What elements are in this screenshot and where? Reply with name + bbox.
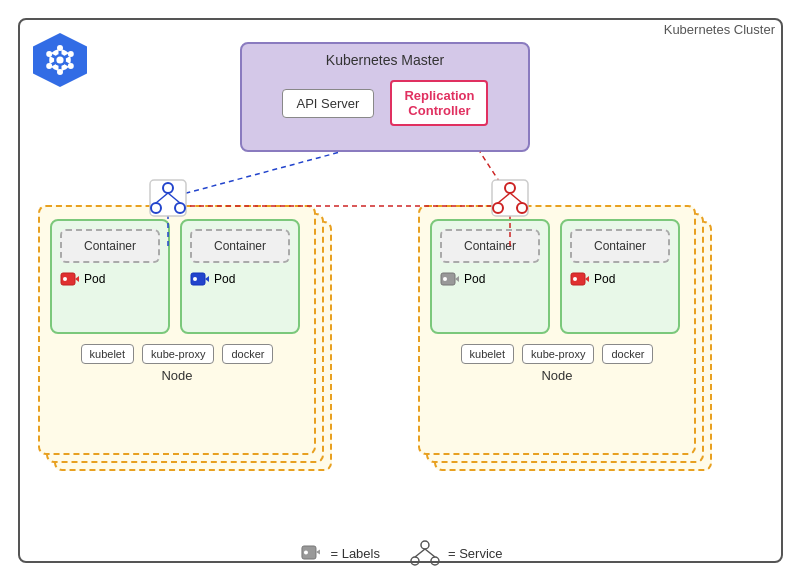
right-container-2: Container — [570, 229, 670, 263]
legend-service-text: = Service — [448, 546, 503, 561]
master-box: Kubernetes Master API Server Replication… — [240, 42, 530, 152]
right-node-content: Container Pod Container — [418, 205, 696, 455]
legend-tag-icon — [300, 544, 322, 562]
left-node-label: Node — [50, 368, 304, 383]
left-kube-proxy: kube-proxy — [142, 344, 214, 364]
right-red-tag-icon — [570, 271, 590, 287]
svg-point-49 — [411, 557, 419, 565]
right-kube-proxy: kube-proxy — [522, 344, 594, 364]
left-services-row: kubelet kube-proxy docker — [50, 344, 304, 364]
right-container-1: Container — [440, 229, 540, 263]
left-service-icon — [148, 178, 188, 221]
svg-rect-34 — [492, 180, 528, 216]
left-node-content: Container Pod Conta — [38, 205, 316, 455]
svg-point-11 — [68, 63, 74, 69]
left-nodes: Container Pod Conta — [38, 205, 348, 485]
right-pod-label-2: Pod — [570, 271, 670, 287]
svg-point-50 — [431, 557, 439, 565]
left-pod-label-1: Pod — [60, 271, 160, 287]
gray-tag-icon — [440, 271, 460, 287]
svg-point-15 — [56, 56, 63, 63]
svg-rect-28 — [150, 180, 186, 216]
right-pod-label-1: Pod — [440, 271, 540, 287]
svg-point-10 — [46, 51, 52, 57]
left-kubelet: kubelet — [81, 344, 134, 364]
svg-line-52 — [425, 549, 435, 557]
legend-service-icon — [410, 540, 440, 566]
svg-point-9 — [57, 69, 63, 75]
right-pod-1: Container Pod — [430, 219, 550, 334]
blue-tag-icon — [190, 271, 210, 287]
legend-labels-text: = Labels — [330, 546, 380, 561]
diagram-container: Kubernetes Cluster Kubernetes Master — [0, 0, 803, 588]
left-node-stack: Container Pod Conta — [38, 205, 328, 470]
api-server-box: API Server — [282, 89, 375, 118]
right-pod-2: Container Pod — [560, 219, 680, 334]
left-docker: docker — [222, 344, 273, 364]
right-docker: docker — [602, 344, 653, 364]
svg-point-48 — [421, 541, 429, 549]
legend-service: = Service — [410, 540, 503, 566]
right-services-row: kubelet kube-proxy docker — [430, 344, 684, 364]
svg-marker-23 — [455, 276, 459, 282]
svg-point-8 — [57, 45, 63, 51]
right-nodes: Container Pod Container — [418, 205, 748, 485]
left-pods-row: Container Pod Conta — [50, 219, 304, 334]
left-pod-label-2: Pod — [190, 271, 290, 287]
svg-point-12 — [46, 63, 52, 69]
right-pods-row: Container Pod Container — [430, 219, 684, 334]
right-service-icon — [490, 178, 530, 221]
svg-marker-20 — [205, 276, 209, 282]
svg-point-47 — [303, 551, 307, 555]
svg-point-13 — [68, 51, 74, 57]
svg-point-27 — [573, 277, 577, 281]
legend-labels: = Labels — [300, 544, 380, 562]
left-container-2: Container — [190, 229, 290, 263]
svg-line-51 — [415, 549, 425, 557]
left-container-1: Container — [60, 229, 160, 263]
left-pod-1: Container Pod — [50, 219, 170, 334]
master-title: Kubernetes Master — [242, 44, 528, 68]
replication-controller-box: ReplicationController — [390, 80, 488, 126]
svg-marker-26 — [585, 276, 589, 282]
svg-point-21 — [193, 277, 197, 281]
left-pod-2: Container Pod — [180, 219, 300, 334]
right-kubelet: kubelet — [461, 344, 514, 364]
legend: = Labels = Service — [300, 540, 502, 566]
svg-marker-17 — [75, 276, 79, 282]
red-tag-icon — [60, 271, 80, 287]
right-node-label: Node — [430, 368, 684, 383]
svg-marker-46 — [315, 550, 319, 555]
right-node-stack: Container Pod Container — [418, 205, 713, 470]
kubernetes-logo — [30, 30, 90, 90]
svg-point-18 — [63, 277, 67, 281]
svg-point-24 — [443, 277, 447, 281]
cluster-label: Kubernetes Cluster — [664, 22, 775, 37]
